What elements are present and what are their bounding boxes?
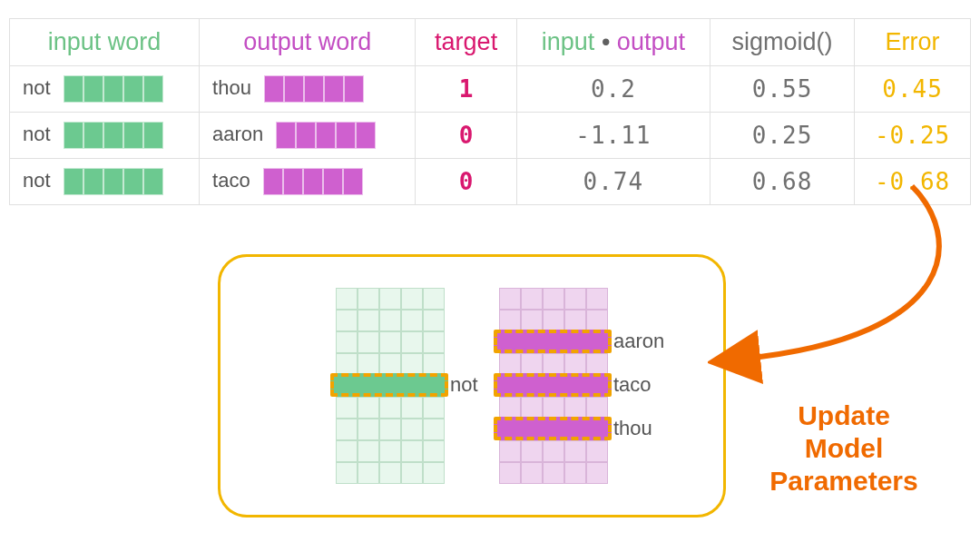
input-vector-icon (64, 75, 163, 103)
output-word-text: thou (212, 76, 251, 99)
input-word-text: not (23, 123, 51, 145)
header-dot-input: input (542, 28, 595, 55)
target-value: 0 (416, 159, 517, 205)
output-word-text: taco (212, 169, 250, 192)
input-word-cell: not (10, 159, 200, 205)
training-table: input word output word target input • ou… (9, 18, 971, 205)
output-vector-icon (276, 122, 376, 149)
output-matrix-label: thou (613, 417, 652, 440)
update-caption: Update Model Parameters (753, 399, 935, 498)
update-arrow-icon (708, 182, 980, 418)
output-embedding-matrix: aaron taco thou (499, 288, 608, 484)
header-target: target (416, 19, 517, 66)
table-row: not aaron 0 -1.11 0.25 -0.25 (10, 113, 971, 159)
table-row: not thou 1 0.2 0.55 0.45 (10, 66, 971, 113)
target-value: 1 (416, 66, 517, 113)
sigmoid-value: 0.25 (710, 113, 854, 159)
header-output-word: output word (200, 19, 416, 66)
dot-value: -1.11 (516, 113, 710, 159)
target-value: 0 (416, 113, 517, 159)
output-matrix-label: aaron (613, 330, 664, 353)
input-word-text: not (23, 169, 51, 192)
error-value: 0.45 (855, 66, 971, 113)
caption-line: Model (753, 432, 935, 465)
embedding-update-panel: not aaron taco thou (218, 254, 726, 518)
caption-line: Parameters (753, 465, 935, 498)
sigmoid-value: 0.68 (710, 159, 854, 205)
dot-value: 0.74 (516, 159, 710, 205)
input-vector-icon (64, 122, 163, 149)
output-word-cell: aaron (200, 113, 416, 159)
header-dot-product: input • output (516, 19, 710, 66)
output-vector-icon (264, 75, 364, 103)
input-embedding-matrix: not (336, 288, 445, 484)
output-matrix-label: taco (613, 373, 652, 397)
table-row: not taco 0 0.74 0.68 -0.68 (10, 159, 971, 205)
header-input-word: input word (10, 19, 200, 66)
output-word-cell: thou (200, 66, 416, 113)
header-dot-symbol: • (602, 28, 610, 55)
dot-value: 0.2 (516, 66, 710, 113)
caption-line: Update (753, 399, 935, 432)
input-word-cell: not (10, 113, 200, 159)
error-value: -0.25 (855, 113, 971, 159)
sigmoid-value: 0.55 (710, 66, 854, 113)
header-sigmoid: sigmoid() (710, 19, 854, 66)
output-word-text: aaron (212, 123, 263, 145)
error-value: -0.68 (855, 159, 971, 205)
header-error: Error (855, 19, 971, 66)
output-vector-icon (263, 168, 363, 195)
input-word-text: not (23, 76, 51, 99)
header-dot-output: output (617, 28, 685, 55)
output-word-cell: taco (200, 159, 416, 205)
input-vector-icon (64, 168, 163, 195)
input-matrix-label: not (450, 373, 478, 397)
input-word-cell: not (10, 66, 200, 113)
